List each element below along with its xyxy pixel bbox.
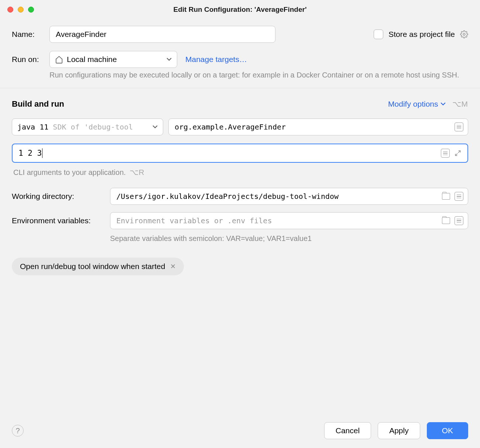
- modify-options-link[interactable]: Modify options: [388, 100, 445, 108]
- gear-icon[interactable]: [460, 30, 468, 38]
- args-shortcut: ⌥R: [130, 168, 145, 177]
- runon-hint: Run configurations may be executed local…: [49, 69, 468, 80]
- name-label: Name:: [12, 30, 49, 39]
- list-icon[interactable]: [455, 216, 463, 225]
- working-directory-label: Working directory:: [12, 192, 110, 201]
- env-hint: Separate variables with semicolon: VAR=v…: [110, 234, 468, 243]
- help-icon[interactable]: ?: [12, 425, 24, 437]
- args-hint: CLI arguments to your application. ⌥R: [13, 168, 468, 177]
- modify-shortcut: ⌥M: [452, 100, 469, 108]
- main-class-value: org.example.AverageFinder: [175, 123, 286, 131]
- sdk-name: java 11: [17, 123, 48, 131]
- text-caret: [42, 148, 42, 158]
- chevron-down-icon: [152, 124, 158, 130]
- ok-button[interactable]: OK: [427, 422, 468, 439]
- expand-icon[interactable]: [454, 149, 462, 157]
- svg-point-0: [463, 33, 465, 35]
- store-as-project: Store as project file: [374, 30, 468, 39]
- footer: ? Cancel Apply OK: [12, 422, 468, 439]
- zoom-window-button[interactable]: [28, 7, 34, 13]
- folder-icon[interactable]: [442, 217, 450, 224]
- folder-icon[interactable]: [442, 193, 450, 200]
- sdk-select[interactable]: java 11 SDK of 'debug-tool: [12, 118, 163, 135]
- window-title: Edit Run Configuration: 'AverageFinder': [0, 6, 480, 14]
- env-placeholder: Environment variables or .env files: [116, 216, 272, 225]
- list-icon[interactable]: [441, 149, 450, 158]
- list-icon[interactable]: [455, 123, 463, 131]
- runon-select[interactable]: Local machine: [49, 51, 177, 68]
- env-row: Environment variables: Environment varia…: [12, 212, 468, 229]
- divider: [0, 88, 480, 88]
- name-row: Name: Store as project file: [12, 26, 468, 43]
- traffic-lights: [7, 7, 34, 13]
- close-icon[interactable]: ✕: [170, 262, 176, 270]
- runon-row: Run on: Local machine Manage targets…: [12, 51, 468, 68]
- sdk-module: SDK of 'debug-tool: [48, 123, 133, 131]
- cancel-button[interactable]: Cancel: [324, 422, 371, 439]
- program-arguments-input[interactable]: 1 2 3: [12, 144, 468, 163]
- close-window-button[interactable]: [7, 7, 13, 13]
- store-checkbox[interactable]: [374, 30, 383, 39]
- list-icon[interactable]: [455, 192, 463, 201]
- main-class-input[interactable]: org.example.AverageFinder: [168, 118, 468, 135]
- runon-value: Local machine: [67, 55, 117, 64]
- working-directory-row: Working directory: /Users/igor.kulakov/I…: [12, 188, 468, 205]
- env-label: Environment variables:: [12, 216, 110, 225]
- store-label: Store as project file: [388, 30, 455, 39]
- chevron-down-icon: [167, 57, 172, 62]
- manage-targets-link[interactable]: Manage targets…: [185, 55, 247, 64]
- home-icon: [55, 55, 63, 63]
- chevron-down-icon: [440, 101, 446, 107]
- working-directory-value: /Users/igor.kulakov/IdeaProjects/debug-t…: [116, 192, 339, 201]
- chip-label: Open run/debug tool window when started: [20, 262, 165, 271]
- working-directory-input[interactable]: /Users/igor.kulakov/IdeaProjects/debug-t…: [110, 188, 468, 205]
- env-input[interactable]: Environment variables or .env files: [110, 212, 468, 229]
- name-input[interactable]: [49, 26, 275, 43]
- option-chip[interactable]: Open run/debug tool window when started …: [12, 258, 184, 275]
- runon-label: Run on:: [12, 55, 49, 64]
- args-value: 1 2 3: [18, 149, 42, 158]
- build-run-title: Build and run: [12, 99, 64, 109]
- minimize-window-button[interactable]: [18, 7, 24, 13]
- build-run-header: Build and run Modify options ⌥M: [12, 99, 468, 109]
- titlebar: Edit Run Configuration: 'AverageFinder': [0, 0, 480, 19]
- apply-button[interactable]: Apply: [378, 422, 420, 439]
